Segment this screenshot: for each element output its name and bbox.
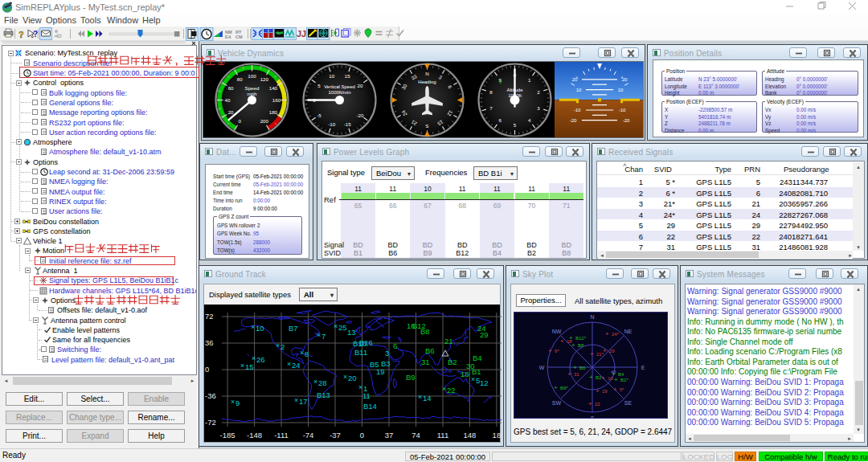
svg-text:2: 2 <box>537 89 540 95</box>
svg-text:3: 3 <box>385 349 389 358</box>
svg-text:40: 40 <box>225 97 231 103</box>
svg-text:-10: -10 <box>619 108 626 112</box>
svg-text:×: × <box>294 396 298 404</box>
svg-text:+: + <box>548 347 552 354</box>
svg-text:7: 7 <box>489 105 493 111</box>
svg-text:19: 19 <box>602 389 608 394</box>
svg-text:18: 18 <box>461 370 469 378</box>
svg-text:SE: SE <box>624 400 633 406</box>
svg-text:NW: NW <box>552 329 562 334</box>
svg-text:+: + <box>554 384 558 391</box>
svg-text:6: 6 <box>393 341 397 350</box>
svg-text:120: 120 <box>260 76 269 82</box>
svg-text:20: 20 <box>572 77 578 82</box>
svg-text:15: 15 <box>345 73 350 79</box>
svg-text:31: 31 <box>421 358 430 366</box>
svg-text:20: 20 <box>348 374 357 382</box>
svg-text:mph: mph <box>247 91 257 96</box>
svg-text:+: + <box>569 334 573 341</box>
svg-text:6: 6 <box>499 117 502 123</box>
svg-text:W: W <box>539 365 545 370</box>
svg-text:-148: -148 <box>247 431 262 440</box>
svg-text:60: 60 <box>228 85 234 91</box>
svg-text:72: 72 <box>205 312 214 321</box>
svg-text:-20: -20 <box>623 118 630 123</box>
svg-text:×: × <box>276 341 280 350</box>
svg-text:80: 80 <box>237 76 243 82</box>
svg-text:B6: B6 <box>579 366 586 370</box>
svg-text:B8: B8 <box>578 343 584 348</box>
svg-text:9: 9 <box>235 399 240 407</box>
svg-text:NE: NE <box>624 329 633 334</box>
svg-text:B13: B13 <box>317 390 330 399</box>
svg-text:B12*: B12* <box>575 336 587 341</box>
svg-text:N: N <box>590 314 594 320</box>
svg-text:+: + <box>601 374 605 382</box>
svg-text:?: ? <box>18 30 24 39</box>
svg-text:-36: -36 <box>205 391 216 400</box>
svg-text:B9*: B9* <box>560 386 568 390</box>
svg-text:148: 148 <box>463 431 476 440</box>
svg-text:B7: B7 <box>289 324 298 333</box>
svg-text:12: 12 <box>480 378 489 387</box>
svg-text:+: + <box>590 350 594 358</box>
svg-text:-37: -37 <box>330 431 341 440</box>
svg-text:-20: -20 <box>570 118 577 123</box>
svg-text:-10: -10 <box>328 121 336 127</box>
svg-text:B1*: B1* <box>620 378 628 382</box>
svg-text:0: 0 <box>205 365 209 374</box>
svg-text:1000ft/min: 1000ft/min <box>328 90 350 95</box>
svg-text:19: 19 <box>376 367 385 376</box>
svg-text:-20: -20 <box>357 112 365 118</box>
svg-text:36: 36 <box>205 338 214 347</box>
svg-text:×: × <box>317 331 321 339</box>
svg-text:-15: -15 <box>344 121 352 127</box>
svg-text:100: 100 <box>248 73 256 79</box>
svg-text:S: S <box>591 415 595 420</box>
svg-text:-10: -10 <box>574 108 581 112</box>
svg-text:0: 0 <box>360 431 364 440</box>
svg-text:B9: B9 <box>406 373 416 382</box>
svg-text:31: 31 <box>574 372 579 377</box>
svg-text:14: 14 <box>423 394 432 403</box>
svg-text:×: × <box>442 385 446 393</box>
svg-text:140: 140 <box>269 85 278 91</box>
svg-text:180: 180 <box>269 109 278 115</box>
svg-text:4: 4 <box>528 117 531 123</box>
svg-text:+: + <box>596 387 600 395</box>
svg-text:B2: B2 <box>596 375 602 380</box>
svg-text:B8: B8 <box>420 327 430 336</box>
svg-text:10: 10 <box>576 88 582 92</box>
svg-text:+: + <box>589 374 593 381</box>
svg-text:CM: CM <box>235 35 243 39</box>
svg-text:-74: -74 <box>303 431 314 440</box>
svg-text:10: 10 <box>256 324 264 333</box>
svg-text:10: 10 <box>329 73 334 79</box>
svg-text:Heading: Heading <box>418 80 436 84</box>
svg-text:+: + <box>605 330 609 337</box>
svg-text:×: × <box>313 378 317 386</box>
svg-text:EA: EA <box>225 35 231 39</box>
svg-text:-111: -111 <box>274 431 289 440</box>
svg-text:B4: B4 <box>618 372 624 377</box>
svg-text:×: × <box>471 375 475 383</box>
svg-text:20: 20 <box>622 77 628 82</box>
svg-text:×: × <box>252 354 256 362</box>
svg-text:160: 160 <box>272 97 281 103</box>
svg-text:22: 22 <box>595 402 600 407</box>
svg-text:5: 5 <box>514 122 517 128</box>
svg-text:Speed: Speed <box>245 85 260 91</box>
svg-text:11: 11 <box>362 391 371 400</box>
svg-text:28: 28 <box>318 378 327 387</box>
svg-text:×: × <box>251 323 255 331</box>
svg-text:29: 29 <box>609 349 615 354</box>
svg-text:24: 24 <box>292 361 301 370</box>
svg-text:20: 20 <box>358 83 363 88</box>
svg-text:?: ? <box>33 30 38 39</box>
svg-text:B6: B6 <box>425 346 435 355</box>
svg-text:21*: 21* <box>596 352 604 357</box>
svg-text:×: × <box>343 373 347 381</box>
svg-text:+: + <box>571 341 575 349</box>
svg-text:2: 2 <box>280 342 285 351</box>
svg-text:3: 3 <box>537 105 540 111</box>
